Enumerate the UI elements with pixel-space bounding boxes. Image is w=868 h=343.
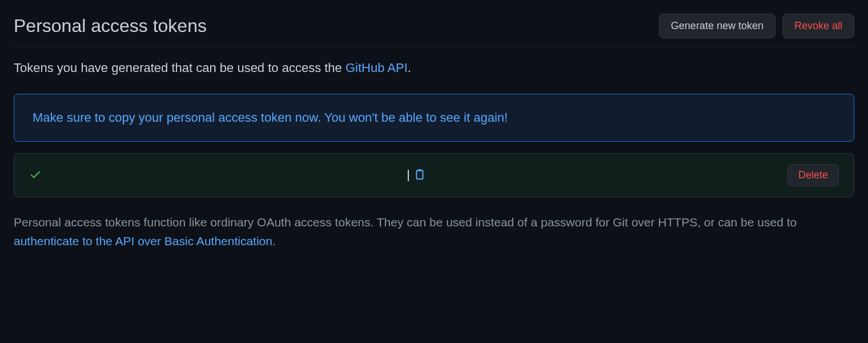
svg-rect-0: [416, 170, 423, 179]
revoke-all-button[interactable]: Revoke all: [782, 14, 854, 38]
footer-paragraph: Personal access tokens function like ord…: [14, 213, 854, 250]
footer-text-after: .: [272, 234, 276, 248]
generate-new-token-button[interactable]: Generate new token: [659, 14, 775, 38]
intro-text-before: Tokens you have generated that can be us…: [14, 61, 345, 75]
intro-paragraph: Tokens you have generated that can be us…: [14, 61, 854, 75]
basic-auth-link[interactable]: authenticate to the API over Basic Authe…: [14, 234, 272, 248]
copy-token-alert: Make sure to copy your personal access t…: [14, 94, 854, 142]
token-value: [51, 168, 778, 183]
text-cursor: [408, 170, 409, 181]
check-icon: [29, 168, 42, 183]
svg-rect-1: [418, 169, 421, 171]
page-header: Personal access tokens Generate new toke…: [14, 14, 854, 47]
clipboard-icon[interactable]: [413, 168, 426, 183]
header-buttons: Generate new token Revoke all: [659, 14, 854, 38]
page-title: Personal access tokens: [14, 15, 207, 37]
intro-text-after: .: [408, 61, 411, 75]
github-api-link[interactable]: GitHub API: [345, 61, 408, 75]
delete-token-button[interactable]: Delete: [787, 164, 839, 186]
footer-text-before: Personal access tokens function like ord…: [14, 216, 797, 229]
token-row: Delete: [14, 153, 854, 197]
alert-message: Make sure to copy your personal access t…: [33, 110, 508, 125]
